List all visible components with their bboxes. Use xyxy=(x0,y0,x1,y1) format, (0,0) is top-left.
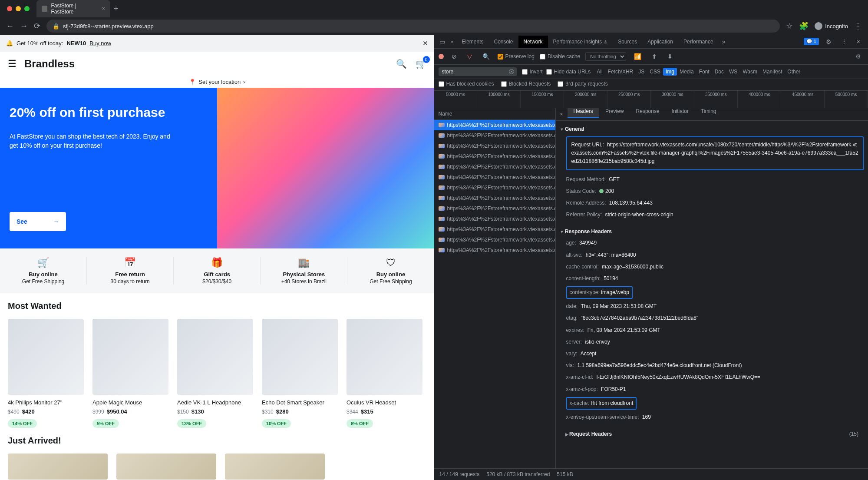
issues-badge[interactable]: 💬 1 xyxy=(804,38,819,45)
product-card[interactable]: Aedle VK-1 L Headphone $150$130 13% OFF xyxy=(177,319,253,428)
type-filter-js[interactable]: JS xyxy=(636,68,647,76)
disable-cache-check[interactable]: Disable cache xyxy=(540,53,580,60)
arrival-image[interactable] xyxy=(8,454,108,480)
wifi-icon[interactable]: 📶 xyxy=(631,51,644,62)
detail-tab-headers[interactable]: Headers xyxy=(568,108,599,118)
network-request-row[interactable]: https%3A%2F%2Fstoreframework.vtexassets.… xyxy=(434,235,555,245)
type-filter-ws[interactable]: WS xyxy=(726,68,740,76)
lock-icon: 🔒 xyxy=(53,23,59,30)
product-card[interactable]: 4k Philips Monitor 27" $490$420 14% OFF xyxy=(8,319,84,428)
detail-tab-preview[interactable]: Preview xyxy=(599,108,630,117)
brand-logo[interactable]: Brandless xyxy=(24,58,75,70)
request-headers-section[interactable]: Request Headers xyxy=(565,431,612,437)
product-card[interactable]: Apple Magic Mouse $999$950.04 5% OFF xyxy=(92,319,168,428)
network-request-row[interactable]: https%3A%2F%2Fstoreframework.vtexassets.… xyxy=(434,130,555,141)
filter-input[interactable] xyxy=(439,67,517,76)
devtools-tab-network[interactable]: Network xyxy=(518,36,548,48)
network-timeline[interactable]: 50000 ms100000 ms150000 ms200000 ms25000… xyxy=(434,91,868,108)
extensions-icon[interactable]: 🧩 xyxy=(799,21,809,31)
devtools-tab-application[interactable]: Application xyxy=(642,36,678,48)
detail-tab-response[interactable]: Response xyxy=(630,108,666,117)
discount-badge: 14% OFF xyxy=(8,419,37,428)
type-filter-fetch/xhr[interactable]: Fetch/XHR xyxy=(605,68,636,76)
devtools-tab-sources[interactable]: Sources xyxy=(613,36,642,48)
device-icon[interactable]: ▫ xyxy=(449,36,456,47)
name-column-header[interactable]: Name xyxy=(434,108,555,120)
settings-icon[interactable]: ⚙ xyxy=(823,36,834,47)
type-filter-other[interactable]: Other xyxy=(785,68,803,76)
promo-link[interactable]: Buy now xyxy=(89,40,111,46)
new-tab-button[interactable]: + xyxy=(114,4,119,13)
back-button[interactable]: ← xyxy=(6,22,14,31)
general-section[interactable]: General xyxy=(560,123,864,135)
network-request-row[interactable]: https%3A%2F%2Fstoreframework.vtexassets.… xyxy=(434,172,555,182)
response-headers-section[interactable]: Response Headers xyxy=(560,226,864,237)
tab-close-icon[interactable]: × xyxy=(102,6,105,12)
network-request-row[interactable]: https%3A%2F%2Fstoreframework.vtexassets.… xyxy=(434,193,555,203)
type-filter-wasm[interactable]: Wasm xyxy=(740,68,760,76)
location-bar[interactable]: 📍 Set your location › xyxy=(0,76,434,88)
cart-button[interactable]: 🛒 0 xyxy=(416,59,426,69)
type-filter-all[interactable]: All xyxy=(594,68,605,76)
preserve-log-check[interactable]: Preserve log xyxy=(498,53,535,60)
inspect-icon[interactable]: ▭ xyxy=(437,36,448,47)
network-request-row[interactable]: https%3A%2F%2Fstoreframework.vtexassets.… xyxy=(434,151,555,162)
throttling-select[interactable]: No throttling xyxy=(585,52,626,61)
type-filter-img[interactable]: Img xyxy=(663,68,677,76)
clear-icon[interactable]: ⊘ xyxy=(449,51,459,62)
devtools-menu-icon[interactable]: ⋮ xyxy=(838,36,850,47)
search-icon[interactable]: 🔍 xyxy=(480,51,492,62)
arrival-image[interactable] xyxy=(225,454,325,480)
type-filter-font[interactable]: Font xyxy=(696,68,712,76)
product-card[interactable]: Echo Dot Smart Speaker $310$280 10% OFF xyxy=(262,319,338,428)
browser-menu-icon[interactable]: ⋮ xyxy=(854,21,862,31)
window-minimize[interactable] xyxy=(16,6,21,11)
network-request-row[interactable]: https%3A%2F%2Fstoreframework.vtexassets.… xyxy=(434,203,555,214)
filter-icon[interactable]: ▽ xyxy=(465,51,475,62)
invert-check[interactable]: Invert xyxy=(522,69,543,75)
search-icon[interactable]: 🔍 xyxy=(396,59,407,69)
blocked-cookies-check[interactable]: Has blocked cookies xyxy=(439,81,494,87)
window-close[interactable] xyxy=(7,6,12,11)
devtools-tab-elements[interactable]: Elements xyxy=(456,36,488,48)
bookmark-icon[interactable]: ☆ xyxy=(786,21,793,31)
promo-close-icon[interactable]: × xyxy=(423,38,428,48)
type-filter-doc[interactable]: Doc xyxy=(712,68,726,76)
close-detail-icon[interactable]: × xyxy=(556,108,568,120)
network-request-row[interactable]: https%3A%2F%2Fstoreframework.vtexassets.… xyxy=(434,162,555,172)
network-settings-icon[interactable]: ⚙ xyxy=(853,51,864,62)
network-request-row[interactable]: https%3A%2F%2Fstoreframework.vtexassets.… xyxy=(434,214,555,224)
network-request-row[interactable]: https%3A%2F%2Fstoreframework.vtexassets.… xyxy=(434,120,555,130)
network-request-row[interactable]: https%3A%2F%2Fstoreframework.vtexassets.… xyxy=(434,182,555,193)
reload-button[interactable]: ⟳ xyxy=(34,21,40,31)
type-filter-manifest[interactable]: Manifest xyxy=(760,68,785,76)
more-tabs-icon[interactable]: » xyxy=(719,36,728,47)
record-button[interactable] xyxy=(439,54,444,59)
upload-icon[interactable]: ⬆ xyxy=(649,51,660,62)
hide-dataurl-check[interactable]: Hide data URLs xyxy=(546,69,591,75)
devtools-tab-performance-insights[interactable]: Performance insights xyxy=(548,36,613,48)
network-request-row[interactable]: https%3A%2F%2Fstoreframework.vtexassets.… xyxy=(434,141,555,151)
detail-tab-initiator[interactable]: Initiator xyxy=(666,108,695,117)
product-card[interactable]: Oculus VR Headset $344$315 8% OFF xyxy=(347,319,422,428)
type-filter-css[interactable]: CSS xyxy=(647,68,663,76)
browser-tab[interactable]: FastStore | FastStore × xyxy=(36,0,110,17)
menu-icon[interactable]: ☰ xyxy=(8,58,17,70)
devtools-close-icon[interactable]: × xyxy=(854,36,863,47)
arrival-image[interactable] xyxy=(116,454,216,480)
detail-tab-timing[interactable]: Timing xyxy=(695,108,723,117)
forward-button[interactable]: → xyxy=(20,22,28,31)
clear-filter-icon[interactable]: ⓧ xyxy=(509,68,514,76)
download-icon[interactable]: ⬇ xyxy=(665,51,675,62)
type-filter-media[interactable]: Media xyxy=(677,68,696,76)
window-zoom[interactable] xyxy=(24,6,30,11)
network-request-row[interactable]: https%3A%2F%2Fstoreframework.vtexassets.… xyxy=(434,245,555,255)
devtools-tab-performance[interactable]: Performance xyxy=(678,36,719,48)
image-icon xyxy=(439,165,445,169)
address-bar[interactable]: 🔒 sfj-73d9fc8--starter.preview.vtex.app xyxy=(46,20,780,33)
hero-see-button[interactable]: See → xyxy=(10,212,66,231)
third-party-check[interactable]: 3rd-party requests xyxy=(558,81,607,87)
blocked-requests-check[interactable]: Blocked Requests xyxy=(501,81,551,87)
network-request-row[interactable]: https%3A%2F%2Fstoreframework.vtexassets.… xyxy=(434,224,555,235)
devtools-tab-console[interactable]: Console xyxy=(489,36,518,48)
